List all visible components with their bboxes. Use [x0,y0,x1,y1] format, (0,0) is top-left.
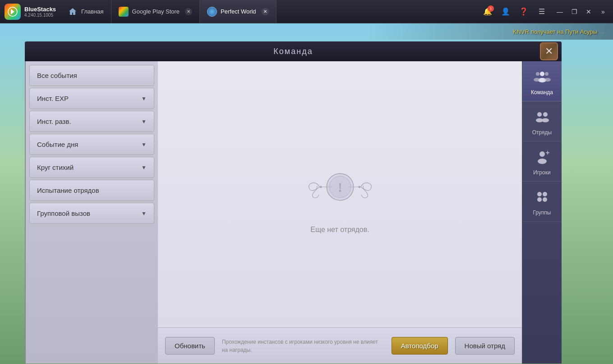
refresh-button[interactable]: Обновить [165,337,215,355]
menu-item-elem-circle[interactable]: Круг стихий ▼ [29,157,154,178]
dropdown-arrow-icon: ▼ [141,164,147,171]
taskbar: BlueStacks 4.240.15.1005 Главная Google … [0,0,613,23]
empty-state-text: Еще нет отрядов. [310,226,369,234]
tab-home[interactable]: Главная [60,0,111,23]
notification-badge: 1 [488,5,494,12]
svg-point-10 [536,72,539,76]
menu-item-elem-circle-label: Круг стихий [37,164,74,171]
menu-item-inst-exp[interactable]: Инст. EXP ▼ [29,88,154,109]
notification-text: KNVR получает на Пути Асуры [513,28,597,35]
menu-item-daily-event[interactable]: Событие дня ▼ [29,134,154,155]
dropdown-arrow-icon: ▼ [141,96,147,102]
dropdown-arrow-icon: ▼ [141,118,147,125]
right-tab-squads-label: Отряды [532,129,552,136]
tab-perfect-world-label: Perfect World [221,8,256,15]
menu-item-group-call[interactable]: Групповой вызов ▼ [29,203,154,224]
right-sidebar: Команда Отряды [522,61,562,364]
app-version: 4.240.15.1005 [24,13,56,18]
menu-item-all-events-label: Все события [37,72,77,79]
menu-item-inst-exp-label: Инст. EXP [37,95,69,102]
logo-text: BlueStacks 4.240.15.1005 [24,6,56,18]
tab-google-play[interactable]: Google Play Store ✕ [111,0,200,23]
main-content: ! Еще нет отрядов. Обновить Прохождение … [158,61,522,364]
tab-google-play-label: Google Play Store [132,8,180,15]
svg-point-13 [544,78,551,82]
svg-text:!: ! [338,180,342,195]
tab-google-play-close[interactable]: ✕ [185,8,192,15]
minimize-button[interactable]: — [553,5,566,18]
restore-button[interactable]: ❐ [568,5,581,18]
right-tab-squads[interactable]: Отряды [522,101,562,141]
auto-match-button[interactable]: Автоподбор [392,337,448,355]
svg-point-14 [537,112,542,117]
menu-item-squad-trial[interactable]: Испытание отрядов [29,180,154,201]
help-button[interactable]: ❓ [516,5,531,19]
svg-point-20 [537,192,542,196]
empty-state: ! Еще нет отрядов. [304,155,376,234]
dialog-title: Команда [273,47,313,56]
menu-item-daily-event-label: Событие дня [37,141,78,148]
taskbar-tabs: Главная Google Play Store ✕ Perfect Worl… [60,0,476,23]
menu-item-squad-trial-label: Испытание отрядов [37,187,99,194]
home-icon [68,7,78,17]
taskbar-actions: 🔔 1 👤 ❓ ☰ [476,5,553,19]
menu-item-group-call-label: Групповой вызов [37,209,90,217]
info-text: Прохождение инстансов с игроками низкого… [222,338,384,354]
right-tab-players[interactable]: Игроки [522,141,562,182]
players-icon [532,147,552,167]
app-logo-icon [5,4,21,20]
tab-perfect-world-close[interactable]: ✕ [262,8,269,15]
account-button[interactable]: 👤 [498,5,513,19]
notification-ellipsis: … [599,29,604,34]
dialog-header: Команда ✕ [25,41,562,61]
svg-point-18 [539,151,545,157]
svg-point-7 [358,186,360,188]
svg-point-19 [538,159,547,164]
dropdown-arrow-icon: ▼ [141,141,147,148]
right-tab-groups[interactable]: Группы [522,182,562,222]
dialog-body: Все события Инст. EXP ▼ Инст. разв. ▼ Со… [25,61,562,364]
new-squad-button[interactable]: Новый отряд [455,337,515,355]
bottom-bar: Обновить Прохождение инстансов с игрокам… [158,328,522,364]
right-tab-groups-label: Группы [533,209,551,216]
tab-perfect-world[interactable]: Perfect World ✕ [200,0,277,23]
svg-point-11 [534,78,540,82]
menu-item-all-events[interactable]: Все события [29,65,154,86]
team-icon [532,67,552,86]
groups-icon [532,187,552,207]
svg-point-12 [545,72,548,76]
svg-point-6 [319,186,322,188]
svg-point-22 [537,197,542,202]
empty-icon-container: ! [304,155,376,218]
right-tab-players-label: Игроки [533,169,550,176]
menu-item-inst-dev[interactable]: Инст. разв. ▼ [29,111,154,132]
tab-home-label: Главная [81,8,103,15]
more-button[interactable]: » [597,5,609,18]
perfect-world-icon [207,7,217,17]
dialog-close-button[interactable]: ✕ [540,42,558,60]
left-sidebar: Все события Инст. EXP ▼ Инст. разв. ▼ Со… [25,61,158,364]
svg-point-23 [543,197,547,202]
google-play-icon [119,7,129,17]
game-area: KNVR получает на Пути Асуры … Команда ✕ … [0,23,613,364]
window-controls: — ❐ ✕ » [553,5,613,18]
svg-point-21 [543,192,547,196]
svg-point-8 [540,72,544,76]
menu-button[interactable]: ☰ [535,5,549,19]
right-tab-squad[interactable]: Команда [522,61,562,101]
notification-button[interactable]: 🔔 1 [480,5,495,19]
right-tab-squad-label: Команда [531,89,553,96]
dropdown-arrow-icon: ▼ [141,210,147,217]
empty-state-decoration: ! [304,155,376,218]
svg-point-17 [542,118,549,123]
svg-point-16 [543,112,548,117]
content-area: ! Еще нет отрядов. [158,61,522,328]
close-button[interactable]: ✕ [582,5,595,18]
app-logo: BlueStacks 4.240.15.1005 [0,4,60,20]
dialog-container: Команда ✕ Все события Инст. EXP ▼ Инст. … [25,41,562,364]
close-icon: ✕ [545,46,553,57]
menu-item-inst-dev-label: Инст. разв. [37,118,71,125]
notification-bar: KNVR получает на Пути Асуры … [0,23,613,40]
squads-icon [532,107,552,127]
app-name: BlueStacks [24,6,56,13]
